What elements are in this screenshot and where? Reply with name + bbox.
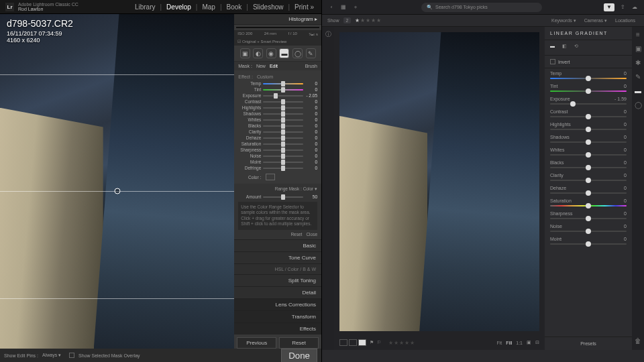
- slider-sharpness[interactable]: [263, 149, 303, 151]
- rating-stars[interactable]: ★★★★★: [388, 340, 415, 346]
- slider-saturation[interactable]: [263, 143, 303, 145]
- filter-locations[interactable]: Locations: [612, 17, 639, 25]
- add-photos-icon[interactable]: ＋: [352, 3, 360, 11]
- filter-keywords[interactable]: Keywords ▾: [548, 17, 580, 25]
- star-icon[interactable]: ★: [355, 17, 360, 23]
- cc-slider-noise[interactable]: [550, 231, 627, 232]
- gradient-pin[interactable]: [114, 188, 120, 194]
- eraser-icon[interactable]: ◧: [562, 44, 570, 52]
- mask-edit[interactable]: Edit: [270, 64, 278, 68]
- range-reset-button[interactable]: Reset: [290, 232, 302, 237]
- cc-slider-clarity[interactable]: [550, 180, 627, 181]
- fit-button[interactable]: Fit: [497, 341, 502, 345]
- cc-slider-highlights[interactable]: [550, 129, 627, 130]
- filter-icon[interactable]: ▼: [604, 3, 614, 11]
- heal-icon[interactable]: ✱: [635, 59, 642, 66]
- cc-slider-saturation[interactable]: [550, 205, 627, 206]
- cloud-sync-icon[interactable]: ☁: [631, 3, 639, 11]
- mask-brush[interactable]: Brush: [305, 64, 317, 68]
- panel-section-tonecurve[interactable]: Tone Curve: [234, 251, 321, 263]
- graduated-filter-icon[interactable]: ▬: [279, 48, 289, 58]
- star-icon[interactable]: ★: [371, 17, 376, 23]
- radial-filter-icon[interactable]: ◯: [292, 48, 303, 58]
- slider-exposure[interactable]: [263, 95, 303, 97]
- module-print[interactable]: Print »: [292, 3, 316, 11]
- module-slideshow[interactable]: Slideshow: [251, 3, 286, 11]
- spot-tool-icon[interactable]: ◐: [253, 48, 263, 58]
- search-input[interactable]: 🔍 Search d798 Tokyo picks: [421, 3, 542, 12]
- overlay-checkbox[interactable]: [69, 353, 74, 358]
- cc-slider-blacks[interactable]: [550, 167, 627, 168]
- slider-contrast[interactable]: [263, 101, 303, 103]
- filmstrip-toggle-icon[interactable]: ⊟: [535, 340, 539, 345]
- cc-slider-sharpness[interactable]: [550, 218, 627, 219]
- radial-gradient-icon[interactable]: ◯: [635, 101, 642, 109]
- invert-checkbox[interactable]: [550, 59, 555, 64]
- range-close-button[interactable]: Close: [306, 232, 317, 237]
- slider-moiré[interactable]: [263, 162, 303, 163]
- module-map[interactable]: Map: [200, 3, 217, 11]
- info-icon[interactable]: ⓘ: [325, 31, 332, 38]
- cc-slider-shadows[interactable]: [550, 141, 627, 143]
- histogram-header[interactable]: Histogram ▸: [234, 14, 321, 25]
- slider-defringe[interactable]: [263, 168, 303, 169]
- module-library[interactable]: Library: [133, 3, 158, 11]
- brush-tool-icon[interactable]: ✎: [306, 48, 316, 58]
- cc-slider-contrast[interactable]: [550, 116, 627, 117]
- module-develop[interactable]: Develop: [164, 3, 193, 11]
- panel-section-effects[interactable]: Effects: [234, 322, 321, 335]
- done-button[interactable]: Done: [281, 349, 317, 363]
- histogram[interactable]: [236, 27, 319, 28]
- presets-button[interactable]: Presets: [545, 337, 632, 350]
- share-icon[interactable]: ⇪: [619, 3, 627, 11]
- slider-tint[interactable]: [263, 89, 303, 90]
- range-mask-type[interactable]: Color ▾: [303, 186, 317, 191]
- effect-preset[interactable]: Custom: [257, 74, 273, 79]
- cc-slider-exposure[interactable]: [550, 103, 627, 105]
- redeye-tool-icon[interactable]: ◉: [266, 48, 276, 58]
- detail-view-icon[interactable]: [358, 339, 366, 346]
- invert-row[interactable]: Invert: [545, 56, 632, 68]
- flag-reject-icon[interactable]: ⚐: [377, 340, 381, 345]
- crop-icon[interactable]: ▣: [635, 45, 642, 52]
- panel-section-hslcolorbw[interactable]: HSL / Color / B & W: [234, 263, 321, 274]
- gradient-edge-top[interactable]: [0, 74, 234, 75]
- cc-canvas[interactable]: ⚑ ⚐ ★★★★★ Fit Fill 1:1 ▣ ⊟: [334, 27, 545, 350]
- slider-shadows[interactable]: [263, 113, 303, 115]
- slider-noise[interactable]: [263, 156, 303, 157]
- filter-cameras[interactable]: Cameras ▾: [581, 17, 610, 25]
- original-toggle-icon[interactable]: ▣: [527, 340, 531, 345]
- crop-tool-icon[interactable]: ▣: [240, 48, 250, 58]
- amount-slider[interactable]: [263, 196, 303, 198]
- grid-view-icon[interactable]: [339, 339, 347, 346]
- panel-section-lenscorrections[interactable]: Lens Corrections: [234, 298, 321, 310]
- linear-gradient-icon[interactable]: ▬: [550, 44, 558, 52]
- star-icon[interactable]: ★: [360, 17, 365, 23]
- module-book[interactable]: Book: [224, 3, 244, 11]
- panel-section-detail[interactable]: Detail: [234, 286, 321, 298]
- zoom-1to1-button[interactable]: 1:1: [516, 341, 523, 345]
- slider-dehaze[interactable]: [263, 137, 303, 139]
- fill-button[interactable]: Fill: [506, 341, 512, 345]
- back-icon[interactable]: ‹: [327, 3, 335, 11]
- linear-gradient-tool-icon[interactable]: ▬: [635, 87, 642, 95]
- rating-filter[interactable]: ★★★★★: [355, 17, 381, 23]
- panel-section-transform[interactable]: Transform: [234, 310, 321, 322]
- show-count[interactable]: 2: [343, 17, 352, 23]
- gradient-edge-bottom[interactable]: [0, 298, 234, 299]
- previous-button[interactable]: Previous: [237, 337, 276, 349]
- cc-slider-tint[interactable]: [550, 90, 627, 92]
- panel-section-basic[interactable]: Basic: [234, 239, 321, 251]
- color-swatch[interactable]: [266, 174, 275, 180]
- slider-clarity[interactable]: [263, 131, 303, 133]
- cc-slider-moiré[interactable]: [550, 243, 627, 245]
- edit-sliders-icon[interactable]: ≡: [635, 31, 642, 38]
- star-icon[interactable]: ★: [366, 17, 370, 23]
- slider-whites[interactable]: [263, 119, 303, 121]
- reset-gradient-icon[interactable]: ⟲: [574, 44, 582, 52]
- panel-section-splittoning[interactable]: Split Toning: [234, 274, 321, 286]
- cc-slider-temp[interactable]: [550, 78, 627, 79]
- brush-icon[interactable]: ✎: [635, 73, 642, 80]
- slider-temp[interactable]: [263, 83, 303, 84]
- square-grid-icon[interactable]: [349, 339, 357, 346]
